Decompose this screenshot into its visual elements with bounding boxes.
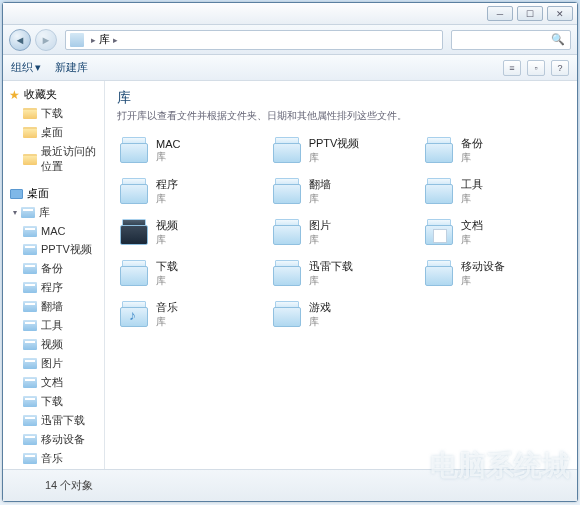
view-options-button[interactable]: ≡: [503, 60, 521, 76]
library-name: 音乐: [156, 300, 178, 315]
library-icon: [425, 219, 455, 247]
library-icon: [23, 338, 37, 352]
library-grid: MAC库PPTV视频库备份库程序库翻墙库工具库视频库图片库文档库下载库迅雷下载库…: [117, 133, 565, 332]
sidebar-item[interactable]: 最近访问的位置: [3, 142, 104, 176]
library-icon: [23, 357, 37, 371]
back-button[interactable]: ◄: [9, 29, 31, 51]
library-name: 移动设备: [461, 259, 505, 274]
library-name: 备份: [461, 136, 483, 151]
library-type: 库: [156, 274, 178, 288]
library-item[interactable]: 文档库: [422, 215, 565, 250]
library-icon: [120, 301, 150, 329]
library-icon: [23, 414, 37, 428]
library-item[interactable]: MAC库: [117, 133, 260, 168]
sidebar-item[interactable]: 翻墙: [3, 297, 104, 316]
sidebar-item[interactable]: 下载: [3, 392, 104, 411]
forward-button[interactable]: ►: [35, 29, 57, 51]
sidebar-item[interactable]: 工具: [3, 316, 104, 335]
sidebar-item-label: 文档: [41, 375, 63, 390]
library-type: 库: [461, 151, 483, 165]
folder-icon: [23, 152, 37, 166]
library-item[interactable]: 图片库: [270, 215, 413, 250]
library-icon: [273, 137, 303, 165]
library-type: 库: [309, 151, 360, 165]
library-item[interactable]: 音乐库: [117, 297, 260, 332]
body: ★ 收藏夹 下载桌面最近访问的位置 桌面 ▾ 库 MACPPTV视频备份程序翻墙…: [3, 81, 577, 469]
library-item[interactable]: 游戏库: [270, 297, 413, 332]
sidebar-item[interactable]: 视频: [3, 335, 104, 354]
breadcrumb-item[interactable]: 库: [99, 32, 110, 47]
library-name: 图片: [309, 218, 331, 233]
library-item[interactable]: 移动设备库: [422, 256, 565, 291]
sidebar-item[interactable]: 文档: [3, 373, 104, 392]
sidebar-item[interactable]: 移动设备: [3, 430, 104, 449]
sidebar: ★ 收藏夹 下载桌面最近访问的位置 桌面 ▾ 库 MACPPTV视频备份程序翻墙…: [3, 81, 105, 469]
sidebar-item-label: 翻墙: [41, 299, 63, 314]
library-type: 库: [156, 315, 178, 329]
organize-menu[interactable]: 组织 ▾: [11, 60, 41, 75]
sidebar-item-libraries[interactable]: ▾ 库: [3, 203, 104, 222]
preview-pane-button[interactable]: ▫: [527, 60, 545, 76]
library-name: 工具: [461, 177, 483, 192]
library-item[interactable]: 程序库: [117, 174, 260, 209]
organize-label: 组织: [11, 60, 33, 75]
library-icon: [23, 243, 37, 257]
star-icon: ★: [9, 88, 20, 102]
sidebar-item[interactable]: 音乐: [3, 449, 104, 468]
new-library-button[interactable]: 新建库: [55, 60, 88, 75]
library-type: 库: [156, 233, 178, 247]
library-icon: [273, 178, 303, 206]
sidebar-item-label: 音乐: [41, 451, 63, 466]
library-icon: [23, 376, 37, 390]
library-icon: [23, 395, 37, 409]
library-icon: [425, 260, 455, 288]
library-item[interactable]: 迅雷下载库: [270, 256, 413, 291]
titlebar: ─ ☐ ✕: [3, 3, 577, 25]
search-box[interactable]: 🔍: [451, 30, 571, 50]
toolbar: 组织 ▾ 新建库 ≡ ▫ ?: [3, 55, 577, 81]
help-button[interactable]: ?: [551, 60, 569, 76]
sidebar-item-label: 桌面: [41, 125, 63, 140]
libraries-icon: [21, 206, 35, 220]
library-icon: [23, 300, 37, 314]
library-item[interactable]: 备份库: [422, 133, 565, 168]
library-icon: [425, 137, 455, 165]
desktop-header[interactable]: 桌面: [3, 184, 104, 203]
sidebar-item[interactable]: 桌面: [3, 123, 104, 142]
sidebar-item-label: 视频: [41, 337, 63, 352]
library-icon: [120, 137, 150, 165]
navigation-bar: ◄ ► ▸ 库 ▸ 🔍: [3, 25, 577, 55]
status-text: 14 个对象: [45, 478, 93, 493]
minimize-button[interactable]: ─: [487, 6, 513, 21]
sidebar-item[interactable]: 备份: [3, 259, 104, 278]
library-item[interactable]: PPTV视频库: [270, 133, 413, 168]
library-name: 下载: [156, 259, 178, 274]
library-item[interactable]: 视频库: [117, 215, 260, 250]
library-name: MAC: [156, 138, 180, 150]
library-item[interactable]: 下载库: [117, 256, 260, 291]
sidebar-item[interactable]: 迅雷下载: [3, 411, 104, 430]
libraries-label: 库: [39, 205, 50, 220]
library-type: 库: [461, 274, 505, 288]
sidebar-item[interactable]: PPTV视频: [3, 240, 104, 259]
favorites-header[interactable]: ★ 收藏夹: [3, 85, 104, 104]
breadcrumb[interactable]: ▸ 库 ▸: [65, 30, 443, 50]
library-name: 文档: [461, 218, 483, 233]
library-icon: [23, 262, 37, 276]
sidebar-item[interactable]: MAC: [3, 222, 104, 240]
library-item[interactable]: 工具库: [422, 174, 565, 209]
sidebar-item[interactable]: 下载: [3, 104, 104, 123]
search-input[interactable]: [456, 34, 551, 46]
library-type: 库: [461, 233, 483, 247]
maximize-button[interactable]: ☐: [517, 6, 543, 21]
library-icon: [23, 281, 37, 295]
close-button[interactable]: ✕: [547, 6, 573, 21]
library-item[interactable]: 翻墙库: [270, 174, 413, 209]
library-icon: [120, 260, 150, 288]
library-type: 库: [309, 233, 331, 247]
sidebar-item[interactable]: 程序: [3, 278, 104, 297]
library-name: 视频: [156, 218, 178, 233]
library-type: 库: [461, 192, 483, 206]
libraries-icon: [70, 33, 84, 47]
sidebar-item[interactable]: 图片: [3, 354, 104, 373]
